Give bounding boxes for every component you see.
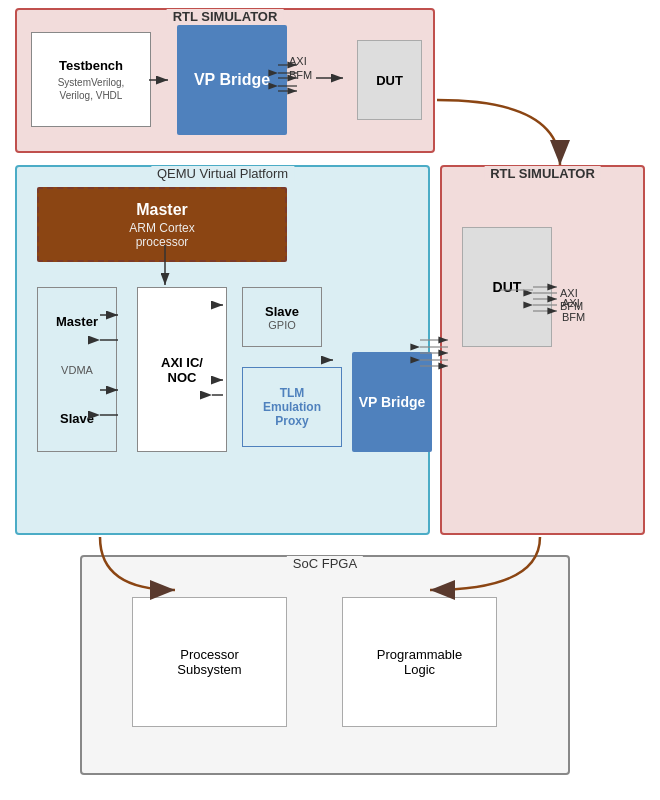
rtl-right-label: RTL SIMULATOR bbox=[484, 166, 601, 181]
programmable-logic-box: ProgrammableLogic bbox=[342, 597, 497, 727]
soc-label: SoC FPGA bbox=[287, 556, 363, 571]
processor-subsystem-box: ProcessorSubsystem bbox=[132, 597, 287, 727]
vp-bridge-top: VP Bridge bbox=[177, 25, 287, 135]
slave-gpio-title: Slave bbox=[265, 304, 299, 319]
testbench-sub: SystemVerilog,Verilog, VHDL bbox=[58, 76, 125, 102]
vdma-master: Master bbox=[56, 314, 98, 329]
axi-bfm-top: AXI BFM bbox=[289, 55, 312, 81]
qemu-label: QEMU Virtual Platform bbox=[151, 166, 294, 181]
vdma-slave: Slave bbox=[60, 411, 94, 426]
diagram: RTL SIMULATOR Testbench SystemVerilog,Ve… bbox=[0, 0, 660, 800]
slave-gpio-box: Slave GPIO bbox=[242, 287, 322, 347]
rtl-simulator-right: RTL SIMULATOR DUT AXI BFM bbox=[440, 165, 645, 535]
tlm-title: TLMEmulationProxy bbox=[263, 386, 321, 428]
dut-right: DUT bbox=[462, 227, 552, 347]
soc-fpga-box: SoC FPGA ProcessorSubsystem Programmable… bbox=[80, 555, 570, 775]
qemu-box: QEMU Virtual Platform Master ARM Cortexp… bbox=[15, 165, 430, 535]
axi-bfm-right: AXI BFM bbox=[562, 297, 585, 323]
testbench-box: Testbench SystemVerilog,Verilog, VHDL bbox=[31, 32, 151, 127]
vdma-label: VDMA bbox=[61, 364, 93, 376]
vdma-box: Master VDMA Slave bbox=[37, 287, 117, 452]
tlm-box: TLMEmulationProxy bbox=[242, 367, 342, 447]
axi-ic-box: AXI IC/NOC bbox=[137, 287, 227, 452]
axi-ic-label: AXI IC/NOC bbox=[161, 355, 203, 385]
vp-bridge-bottom: VP Bridge bbox=[352, 352, 432, 452]
master-arm-sub: ARM Cortexprocessor bbox=[129, 221, 194, 249]
programmable-logic-label: ProgrammableLogic bbox=[377, 647, 462, 677]
dut-top: DUT bbox=[357, 40, 422, 120]
rtl-simulator-top: RTL SIMULATOR Testbench SystemVerilog,Ve… bbox=[15, 8, 435, 153]
rtl-top-label: RTL SIMULATOR bbox=[167, 9, 284, 24]
master-arm-title: Master bbox=[136, 201, 188, 219]
testbench-title: Testbench bbox=[59, 58, 123, 73]
master-arm-box: Master ARM Cortexprocessor bbox=[37, 187, 287, 262]
slave-gpio-sub: GPIO bbox=[268, 319, 296, 331]
processor-subsystem-label: ProcessorSubsystem bbox=[177, 647, 241, 677]
